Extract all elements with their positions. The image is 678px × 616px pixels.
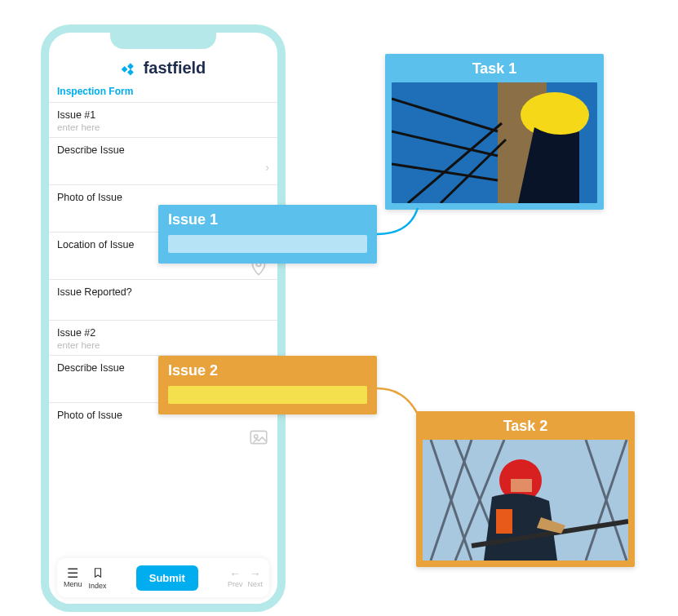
svg-rect-23	[496, 509, 512, 534]
submit-button[interactable]: Submit	[136, 565, 198, 591]
photo-issue-1-label: Photo of Issue	[57, 192, 269, 203]
issue-2-overlay-title: Issue 2	[168, 362, 367, 379]
photo-icon	[248, 427, 269, 451]
svg-rect-1	[127, 63, 134, 69]
issue-1-overlay-bar	[168, 235, 367, 253]
issue-2-label: Issue #2	[57, 327, 269, 339]
index-button[interactable]: Index	[89, 566, 107, 590]
prev-label: Prev	[228, 580, 243, 588]
task-2-card: Task 2	[416, 411, 635, 567]
task-1-card: Task 1	[385, 54, 604, 210]
issue-1-overlay: Issue 1	[158, 205, 377, 264]
describe-issue-1-label: Describe Issue	[57, 144, 125, 156]
task-1-title: Task 1	[392, 60, 597, 78]
svg-rect-0	[121, 66, 127, 73]
index-label: Index	[89, 582, 107, 590]
next-button[interactable]: → Next	[247, 567, 263, 588]
issue-2-overlay: Issue 2	[158, 356, 377, 414]
app-logo: fastfield	[121, 59, 206, 78]
prev-button[interactable]: ← Prev	[228, 567, 243, 588]
field-issue-2[interactable]: Issue #2 enter here	[49, 320, 277, 355]
svg-point-5	[255, 434, 258, 437]
fastfield-logo-icon	[121, 60, 139, 78]
svg-point-8	[521, 92, 589, 138]
app-name: fastfield	[144, 59, 206, 78]
phone-notch	[110, 31, 216, 49]
next-label: Next	[247, 580, 263, 588]
task-2-image	[423, 440, 628, 561]
arrow-left-icon: ←	[229, 567, 241, 580]
issue-2-overlay-bar	[168, 386, 367, 404]
phone-screen: fastfield Inspection Form Issue #1 enter…	[49, 33, 277, 604]
form-body: Issue #1 enter here Describe Issue › Pho…	[49, 102, 277, 605]
menu-label: Menu	[64, 580, 82, 588]
issue-2-placeholder: enter here	[57, 340, 269, 350]
menu-icon: ☰	[67, 567, 78, 580]
chevron-right-icon: ›	[265, 161, 269, 174]
phone-frame: fastfield Inspection Form Issue #1 enter…	[41, 24, 286, 612]
arrow-right-icon: →	[250, 567, 261, 580]
menu-button[interactable]: ☰ Menu	[64, 567, 82, 588]
app-header: fastfield	[49, 55, 277, 86]
task-1-image	[392, 82, 597, 203]
form-title: Inspection Form	[49, 86, 277, 102]
issue-1-overlay-title: Issue 1	[168, 211, 367, 228]
connector-line-1	[377, 208, 442, 241]
bookmark-icon	[92, 566, 104, 582]
svg-rect-2	[127, 69, 134, 75]
field-describe-issue-1[interactable]: Describe Issue ›	[49, 137, 277, 184]
task-2-title: Task 2	[423, 418, 628, 435]
issue-1-label: Issue #1	[57, 109, 269, 121]
issue-reported-1-label: Issue Reported?	[57, 286, 269, 298]
prev-next-group: ← Prev → Next	[228, 567, 263, 588]
svg-rect-22	[511, 479, 532, 492]
bottom-nav: ☰ Menu Index Submit ← Prev → Next	[57, 558, 269, 597]
field-issue-1[interactable]: Issue #1 enter here	[49, 102, 277, 137]
field-issue-reported-1[interactable]: Issue Reported?	[49, 279, 277, 320]
issue-1-placeholder: enter here	[57, 122, 269, 132]
